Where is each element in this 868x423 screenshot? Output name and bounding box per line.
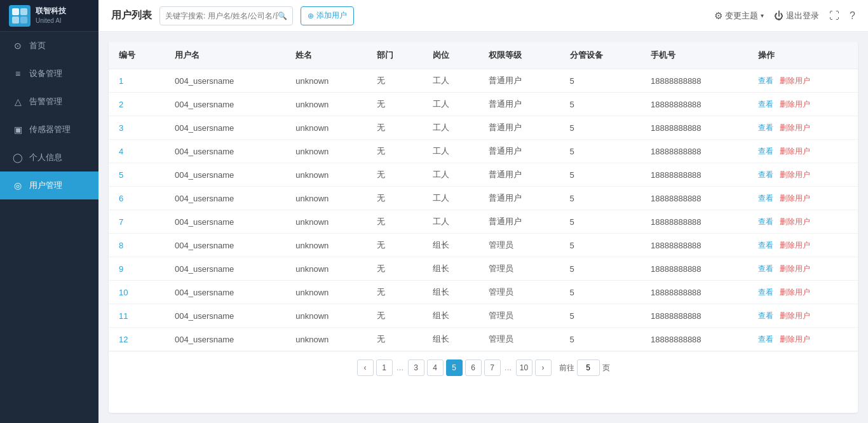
view-button[interactable]: 查看: [758, 170, 773, 179]
page-3-button[interactable]: 3: [408, 359, 424, 376]
cell-actions: 查看 删除用户: [748, 69, 858, 93]
delete-button[interactable]: 删除用户: [780, 170, 810, 179]
maximize-button[interactable]: ⛶: [829, 10, 839, 22]
sidebar-label-users: 用户管理: [29, 180, 62, 191]
delete-button[interactable]: 删除用户: [780, 123, 810, 132]
cell-position: 组长: [423, 281, 478, 304]
page-7-button[interactable]: 7: [484, 359, 501, 376]
delete-button[interactable]: 删除用户: [780, 76, 810, 85]
cell-name: unknown: [285, 281, 367, 304]
home-icon: ⊙: [13, 41, 23, 51]
sidebar-label-profile: 个人信息: [29, 152, 62, 163]
delete-button[interactable]: 删除用户: [780, 194, 810, 203]
delete-button[interactable]: 删除用户: [780, 100, 810, 109]
prev-page-button[interactable]: ‹: [357, 359, 374, 376]
cell-username: 004_usersname: [165, 69, 285, 93]
profile-icon: ◯: [13, 152, 23, 163]
page-6-button[interactable]: 6: [465, 359, 482, 376]
logout-button[interactable]: ⏻ 退出登录: [774, 10, 819, 22]
cell-permission: 普通用户: [478, 93, 560, 116]
dots-left: …: [395, 363, 405, 372]
table-row: 7 004_usersname unknown 无 工人 普通用户 5 1888…: [109, 210, 858, 234]
change-theme-button[interactable]: ⚙ 变更主题 ▾: [714, 10, 764, 22]
cell-id: 3: [109, 116, 165, 140]
page-1-button[interactable]: 1: [376, 359, 393, 376]
delete-button[interactable]: 删除用户: [780, 335, 810, 344]
sidebar-item-home[interactable]: ⊙ 首页: [0, 32, 98, 60]
view-button[interactable]: 查看: [758, 100, 773, 109]
cell-username: 004_usersname: [165, 210, 285, 234]
theme-icon: ⚙: [714, 10, 722, 22]
cell-dept: 无: [367, 257, 423, 281]
cell-permission: 普通用户: [478, 116, 560, 140]
cell-name: unknown: [285, 304, 367, 328]
logout-label: 退出登录: [786, 10, 819, 22]
cell-devices: 5: [560, 93, 641, 116]
svg-rect-3: [20, 17, 27, 24]
view-button[interactable]: 查看: [758, 264, 773, 273]
sidebar-item-sensor[interactable]: ▣ 传感器管理: [0, 116, 98, 144]
cell-position: 工人: [423, 187, 478, 210]
cell-devices: 5: [560, 257, 641, 281]
cell-permission: 普通用户: [478, 187, 560, 210]
add-user-label: 添加用户: [316, 10, 347, 21]
cell-actions: 查看 删除用户: [748, 328, 858, 351]
cell-id: 4: [109, 140, 165, 163]
cell-id: 8: [109, 234, 165, 257]
cell-username: 004_usersname: [165, 163, 285, 187]
goto-input[interactable]: [577, 359, 600, 376]
user-table-container: 编号 用户名 姓名 部门 岗位 权限等级 分管设备 手机号 操作 1 004_u…: [109, 42, 858, 413]
help-button[interactable]: ?: [850, 10, 855, 22]
cell-name: unknown: [285, 140, 367, 163]
view-button[interactable]: 查看: [758, 288, 773, 297]
view-button[interactable]: 查看: [758, 241, 773, 250]
sidebar-item-profile[interactable]: ◯ 个人信息: [0, 144, 98, 171]
search-input[interactable]: [165, 11, 278, 20]
table-row: 4 004_usersname unknown 无 工人 普通用户 5 1888…: [109, 140, 858, 163]
cell-actions: 查看 删除用户: [748, 257, 858, 281]
goto-label: 前往: [559, 363, 574, 373]
cell-phone: 18888888888: [641, 234, 748, 257]
table-row: 3 004_usersname unknown 无 工人 普通用户 5 1888…: [109, 116, 858, 140]
delete-button[interactable]: 删除用户: [780, 311, 810, 320]
cell-position: 工人: [423, 140, 478, 163]
delete-button[interactable]: 删除用户: [780, 217, 810, 226]
sidebar-item-users[interactable]: ◎ 用户管理: [0, 171, 98, 199]
cell-dept: 无: [367, 210, 423, 234]
cell-phone: 18888888888: [641, 257, 748, 281]
svg-rect-0: [12, 8, 19, 15]
view-button[interactable]: 查看: [758, 311, 773, 320]
cell-devices: 5: [560, 328, 641, 351]
page-4-button[interactable]: 4: [427, 359, 444, 376]
delete-button[interactable]: 删除用户: [780, 241, 810, 250]
col-dept: 部门: [367, 42, 423, 69]
col-action: 操作: [748, 42, 858, 69]
delete-button[interactable]: 删除用户: [780, 147, 810, 156]
view-button[interactable]: 查看: [758, 217, 773, 226]
view-button[interactable]: 查看: [758, 194, 773, 203]
next-page-button[interactable]: ›: [535, 359, 552, 376]
view-button[interactable]: 查看: [758, 76, 773, 85]
cell-actions: 查看 删除用户: [748, 93, 858, 116]
page-5-button[interactable]: 5: [446, 359, 463, 376]
topbar-right: ⚙ 变更主题 ▾ ⏻ 退出登录 ⛶ ?: [714, 10, 855, 22]
delete-button[interactable]: 删除用户: [780, 288, 810, 297]
cell-position: 工人: [423, 163, 478, 187]
logo-brand: United AI: [36, 17, 66, 25]
delete-button[interactable]: 删除用户: [780, 264, 810, 273]
sidebar-item-alert[interactable]: △ 告警管理: [0, 88, 98, 116]
pagination-bar: ‹ 1 … 3 4 5 6 7 … 10 › 前往 页: [109, 351, 858, 381]
view-button[interactable]: 查看: [758, 123, 773, 132]
users-icon: ◎: [13, 180, 23, 191]
cell-id: 12: [109, 328, 165, 351]
add-user-button[interactable]: ⊕ 添加用户: [301, 6, 354, 25]
page-10-button[interactable]: 10: [516, 359, 532, 376]
cell-position: 组长: [423, 304, 478, 328]
view-button[interactable]: 查看: [758, 147, 773, 156]
view-button[interactable]: 查看: [758, 335, 773, 344]
sidebar-item-device[interactable]: ≡ 设备管理: [0, 60, 98, 88]
cell-dept: 无: [367, 140, 423, 163]
cell-dept: 无: [367, 187, 423, 210]
cell-name: unknown: [285, 69, 367, 93]
cell-name: unknown: [285, 328, 367, 351]
